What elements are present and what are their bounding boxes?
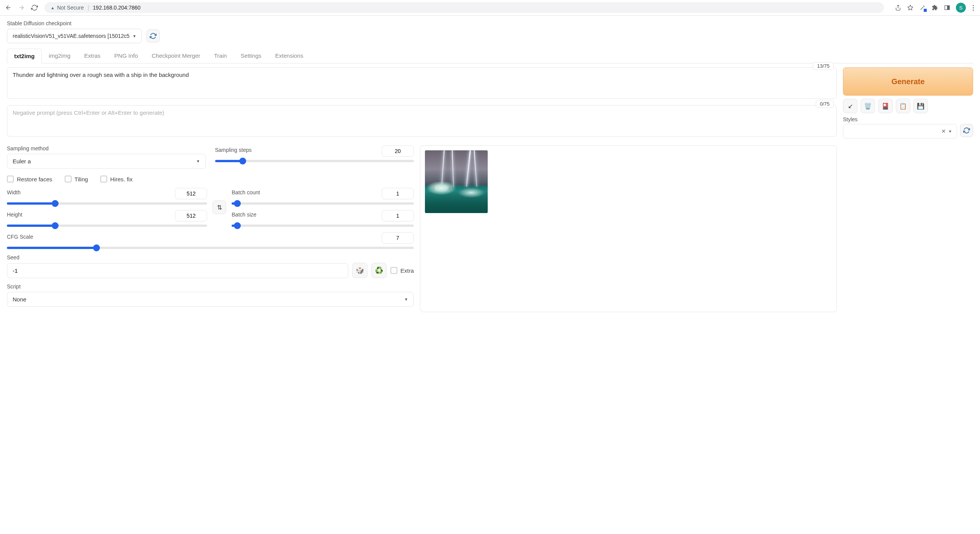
batch-count-input[interactable] xyxy=(382,188,414,199)
height-slider[interactable] xyxy=(7,225,207,227)
styles-select[interactable]: ✕ ▼ xyxy=(843,124,957,138)
tab-extensions[interactable]: Extensions xyxy=(268,49,310,63)
refresh-checkpoint-button[interactable] xyxy=(147,29,160,42)
extra-networks-button[interactable]: 🎴 xyxy=(878,99,893,113)
checkpoint-value: realisticVisionV51_v51VAE.safetensors [1… xyxy=(13,33,129,39)
extension-wand-icon[interactable] xyxy=(919,4,926,11)
url-text: 192.168.0.204:7860 xyxy=(93,5,141,11)
browser-menu-button[interactable] xyxy=(971,3,975,12)
cfg-scale-slider[interactable] xyxy=(7,247,414,249)
negative-prompt-input[interactable] xyxy=(7,105,837,137)
back-button[interactable] xyxy=(5,4,12,11)
chevron-down-icon: ▼ xyxy=(132,34,136,38)
tab-png-info[interactable]: PNG Info xyxy=(108,49,145,63)
tab-extras[interactable]: Extras xyxy=(77,49,108,63)
sampling-method-label: Sampling method xyxy=(7,145,206,151)
script-value: None xyxy=(13,296,26,303)
script-label: Script xyxy=(7,283,414,290)
apply-style-button[interactable]: 📋 xyxy=(896,99,910,113)
restore-faces-checkbox[interactable]: Restore faces xyxy=(7,176,52,182)
batch-size-input[interactable] xyxy=(382,210,414,221)
batch-count-slider[interactable] xyxy=(232,202,414,205)
sampling-steps-label: Sampling steps xyxy=(215,147,252,153)
bookmark-icon[interactable] xyxy=(907,4,914,11)
tiling-checkbox[interactable]: Tiling xyxy=(65,176,88,182)
checkpoint-select[interactable]: realisticVisionV51_v51VAE.safetensors [1… xyxy=(7,29,142,43)
address-bar[interactable]: Not Secure | 192.168.0.204:7860 xyxy=(44,2,884,13)
profile-avatar[interactable]: S xyxy=(956,3,966,13)
prompt-token-count: 13/75 xyxy=(813,62,834,70)
height-label: Height xyxy=(7,212,22,218)
forward-button[interactable] xyxy=(18,4,25,11)
security-indicator: Not Secure xyxy=(51,5,84,11)
tab-checkpoint-merger[interactable]: Checkpoint Merger xyxy=(145,49,207,63)
tab-settings[interactable]: Settings xyxy=(234,49,268,63)
batch-size-slider[interactable] xyxy=(232,225,414,227)
width-input[interactable] xyxy=(175,188,207,199)
sampling-steps-slider[interactable] xyxy=(215,160,414,162)
save-style-button[interactable]: 💾 xyxy=(913,99,928,113)
tab-train[interactable]: Train xyxy=(207,49,234,63)
cfg-scale-label: CFG Scale xyxy=(7,234,33,240)
reload-button[interactable] xyxy=(31,4,38,11)
extensions-icon[interactable] xyxy=(931,4,938,11)
seed-extra-checkbox[interactable]: Extra xyxy=(390,267,414,274)
height-input[interactable] xyxy=(175,210,207,221)
svg-rect-1 xyxy=(947,6,949,10)
checkpoint-label: Stable Diffusion checkpoint xyxy=(7,20,973,26)
clear-prompt-button[interactable]: 🗑️ xyxy=(861,99,875,113)
prompt-input[interactable] xyxy=(7,67,837,99)
generated-image[interactable] xyxy=(425,150,488,213)
share-icon[interactable] xyxy=(895,4,902,11)
seed-input[interactable] xyxy=(7,263,348,278)
sampling-method-select[interactable]: Euler a ▼ xyxy=(7,154,206,169)
close-icon[interactable]: ✕ xyxy=(941,128,946,134)
reuse-seed-button[interactable]: ♻️ xyxy=(371,263,387,278)
browser-toolbar: Not Secure | 192.168.0.204:7860 S xyxy=(0,0,980,16)
chevron-down-icon: ▼ xyxy=(196,159,200,163)
width-label: Width xyxy=(7,189,21,195)
main-tabs: txt2img img2img Extras PNG Info Checkpoi… xyxy=(7,49,973,63)
batch-size-label: Batch size xyxy=(232,212,256,218)
output-gallery xyxy=(420,145,837,312)
width-slider[interactable] xyxy=(7,202,207,205)
cfg-scale-input[interactable] xyxy=(382,232,414,244)
random-seed-button[interactable]: 🎲 xyxy=(352,263,368,278)
chevron-down-icon: ▼ xyxy=(404,297,408,301)
tab-img2img[interactable]: img2img xyxy=(42,49,77,63)
batch-count-label: Batch count xyxy=(232,189,260,195)
refresh-styles-button[interactable] xyxy=(960,124,973,137)
sampling-method-value: Euler a xyxy=(13,158,31,164)
seed-label: Seed xyxy=(7,254,414,260)
hires-fix-checkbox[interactable]: Hires. fix xyxy=(100,176,132,182)
script-select[interactable]: None ▼ xyxy=(7,292,414,307)
chevron-down-icon: ▼ xyxy=(948,129,952,134)
tab-txt2img[interactable]: txt2img xyxy=(7,49,42,63)
panel-icon[interactable] xyxy=(944,4,951,11)
generate-button[interactable]: Generate xyxy=(843,67,973,96)
styles-label: Styles xyxy=(843,116,973,122)
negative-token-count: 0/75 xyxy=(816,100,834,108)
swap-dimensions-button[interactable]: ⇅ xyxy=(212,200,226,214)
read-params-button[interactable]: ↙ xyxy=(843,99,858,113)
sampling-steps-input[interactable] xyxy=(382,145,414,157)
